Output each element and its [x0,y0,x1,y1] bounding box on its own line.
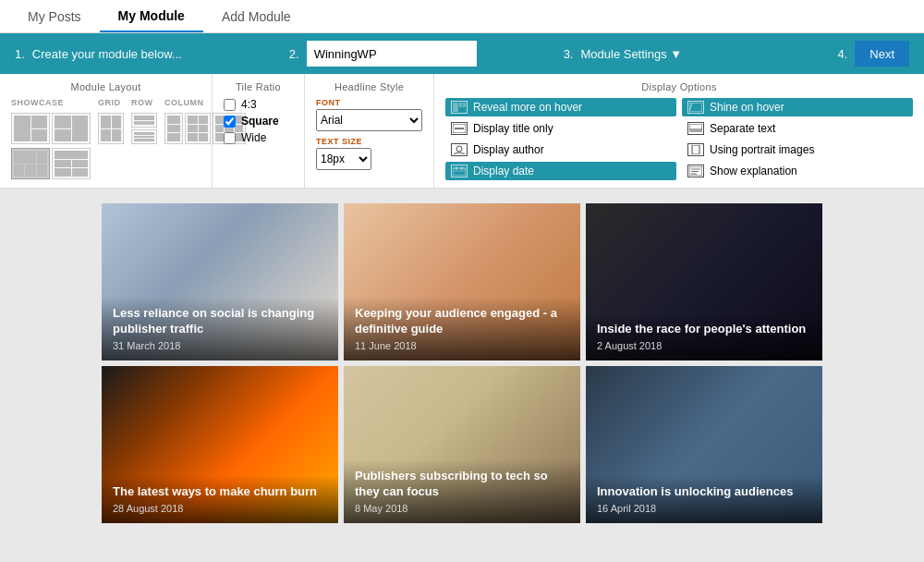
tab-my-posts[interactable]: My Posts [9,2,100,31]
display-date[interactable]: Display date [445,162,676,180]
tile-4-3-label: 4:3 [241,98,257,111]
step-1-text: Create your module below... [32,47,182,61]
separate-text-icon [687,122,704,135]
step-2-input-wrapper [307,41,477,67]
col-opt-2[interactable] [185,113,211,144]
svg-rect-15 [689,166,702,176]
grid-opt-1[interactable] [98,113,124,144]
row-group: ROW [131,98,157,179]
tile-wide[interactable]: Wide [224,131,293,144]
post-title-post-5: Publishers subscribing to tech so they c… [355,469,569,500]
post-date-post-5: 8 May 2018 [355,503,569,514]
post-date-post-2: 11 June 2018 [355,340,569,351]
tile-4-3-checkbox[interactable] [224,99,236,111]
display-explanation-label: Show explanation [710,165,797,177]
post-card-post-1[interactable]: Less reliance on social is changing publ… [102,203,338,360]
post-title-post-6: Innovation is unlocking audiences [597,484,811,500]
tile-ratio-title: Tile Ratio [224,81,293,92]
tile-square-checkbox[interactable] [224,116,236,128]
svg-rect-1 [459,103,462,107]
grid-group: GRID [98,98,124,179]
svg-rect-0 [453,103,458,112]
module-layout-section: Module Layout SHOWCASE [0,74,213,188]
post-card-post-2[interactable]: Keeping your audience engaged - a defini… [344,203,580,360]
step-2-num: 2. [289,47,299,61]
tab-add-module[interactable]: Add Module [203,2,310,31]
post-card-post-5[interactable]: Publishers subscribing to tech so they c… [344,366,580,523]
layout-inner: SHOWCASE [11,98,201,179]
grid-label: GRID [98,98,124,107]
post-date-post-1: 31 March 2018 [113,340,327,351]
svg-rect-11 [453,168,466,176]
svg-rect-10 [692,145,699,154]
options-row: Module Layout SHOWCASE [0,74,924,189]
font-select[interactable]: Arial Georgia Verdana Times New Roman [316,109,422,131]
tile-square[interactable]: Square [224,115,293,128]
tile-ratio-section: Tile Ratio 4:3 Square Wide [213,74,305,188]
textsize-select[interactable]: 12px 14px 16px 18px 20px 24px [316,148,371,170]
display-author[interactable]: Display author [445,140,676,159]
showcase-opt-3[interactable] [11,148,50,179]
post-title-post-2: Keeping your audience engaged - a defini… [355,306,569,337]
step-3-settings[interactable]: Module Settings ▼ [580,47,682,61]
showcase-opt-4[interactable] [52,148,91,179]
svg-rect-2 [463,103,466,107]
showcase-label: SHOWCASE [11,98,91,107]
display-shine-hover[interactable]: Shine on hover [682,98,913,116]
display-separate-text[interactable]: Separate text [682,119,913,138]
display-title-only[interactable]: Display title only [445,119,676,138]
post-title-post-3: Inside the race for people's attention [597,322,811,337]
display-portrait[interactable]: Using portrait images [682,140,913,159]
post-card-post-4[interactable]: The latest ways to make churn burn28 Aug… [102,366,338,523]
date-icon [451,165,468,177]
step-1-num: 1. [15,47,25,61]
row-opt-1[interactable] [131,113,157,128]
module-name-input[interactable] [307,41,477,67]
textsize-label: TEXT SIZE [316,137,422,146]
title-only-label: Display title only [473,122,553,135]
headline-style-title: Headline Style [316,81,422,92]
post-date-post-6: 16 April 2018 [597,503,811,514]
display-reveal-hover[interactable]: Reveal more on hover [445,98,676,116]
tile-wide-label: Wide [241,131,266,144]
step-1: 1. Create your module below... [15,47,289,61]
display-date-label: Display date [473,165,534,177]
portrait-icon [687,143,704,156]
title-only-icon [451,122,468,135]
display-options-section: Display Options Reveal more on hover Shi… [434,74,924,188]
display-portrait-label: Using portrait images [710,143,814,156]
post-card-post-6[interactable]: Innovation is unlocking audiences16 Apri… [586,366,822,523]
explanation-icon [687,165,704,177]
step-4-num: 4. [837,47,847,61]
shine-hover-label: Shine on hover [710,101,784,114]
showcase-opt-1[interactable] [11,113,50,144]
step-3[interactable]: 3. Module Settings ▼ [564,47,838,61]
post-title-post-4: The latest ways to make churn burn [113,484,327,500]
svg-rect-7 [689,124,702,129]
post-title-post-1: Less reliance on social is changing publ… [113,306,327,337]
display-author-label: Display author [473,143,544,156]
row-opt-2[interactable] [131,129,157,144]
svg-point-9 [456,146,462,152]
step-4: 4. Next [837,41,909,67]
next-button[interactable]: Next [855,41,909,67]
tile-wide-checkbox[interactable] [224,132,236,144]
post-card-post-3[interactable]: Inside the race for people's attention2 … [586,203,822,360]
tile-square-label: Square [241,115,279,128]
display-options-title: Display Options [445,81,913,92]
showcase-group: SHOWCASE [11,98,91,179]
author-icon [451,143,468,156]
row-label: ROW [131,98,157,107]
showcase-opt-2[interactable] [52,113,91,144]
module-builder: 1. Create your module below... 2. 3. Mod… [0,33,924,189]
reveal-hover-icon [451,101,468,114]
step-3-num: 3. [564,47,574,61]
display-explanation[interactable]: Show explanation [682,162,913,180]
col-opt-1[interactable] [164,113,183,144]
tile-4-3[interactable]: 4:3 [224,98,293,111]
tab-my-module[interactable]: My Module [100,1,203,32]
font-label: FONT [316,98,422,107]
headline-style-section: Headline Style FONT Arial Georgia Verdan… [305,74,434,188]
shine-hover-icon [687,101,704,114]
post-date-post-3: 2 August 2018 [597,340,811,351]
